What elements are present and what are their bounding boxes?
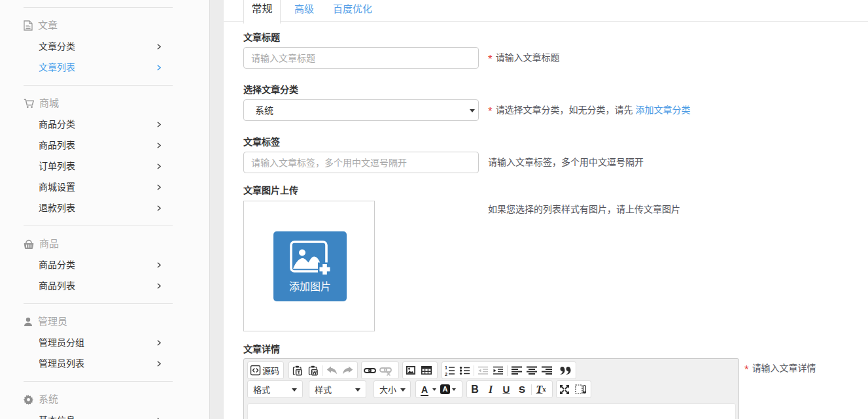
svg-text:1: 1 <box>445 365 447 370</box>
svg-text:2: 2 <box>445 371 447 376</box>
